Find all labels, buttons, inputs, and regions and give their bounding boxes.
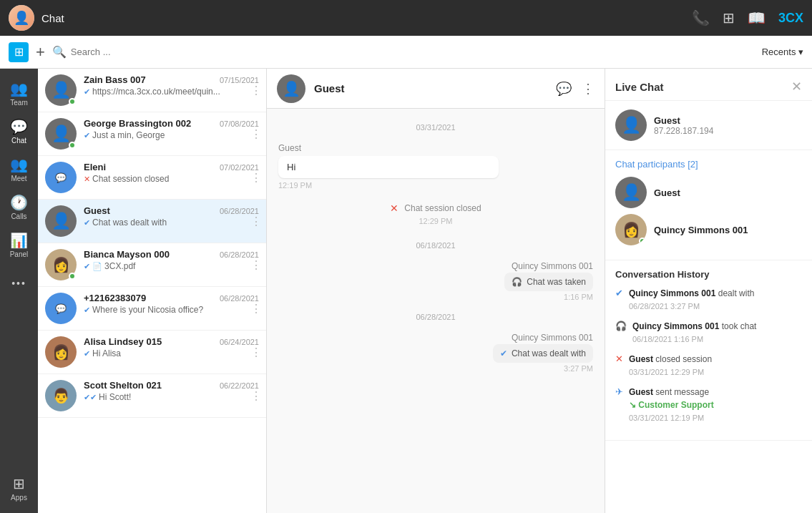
sender-name: Quincy Simmons 001 xyxy=(512,261,593,271)
x-icon: ✕ xyxy=(390,202,398,214)
chat-list: 👤 Zain Bass 007 07/15/2021 ✔ https://mca… xyxy=(38,69,267,513)
panel-icon: 📊 xyxy=(10,232,28,249)
message-group: Guest Hi 12:19 PM xyxy=(278,143,593,190)
date-text: 06/18/2021 xyxy=(410,241,461,250)
chat-info: Guest 06/28/2021 ✔ Chat was dealt with xyxy=(84,205,259,228)
nav-label-chat: Chat xyxy=(11,137,26,145)
more-button[interactable]: ⋮ xyxy=(250,127,262,141)
chat-icon: 💬 xyxy=(10,118,28,135)
more-button[interactable]: ⋮ xyxy=(250,171,262,185)
contact-name: Eleni xyxy=(84,162,106,172)
sidebar-item-meet[interactable]: 👥 Meet xyxy=(0,150,38,188)
avatar: 👩 xyxy=(45,336,77,368)
history-text: Quincy Simmons 001 dealt with 06/28/2021… xyxy=(629,287,754,313)
guest-ip: 87.228.187.194 xyxy=(654,126,713,136)
history-entry: ✕ Guest closed session 03/31/2021 12:29 … xyxy=(615,353,802,378)
calls-icon: 🕐 xyxy=(10,194,28,211)
action-text: Chat was dealt with xyxy=(512,348,586,358)
participants-title: Chat participants [2] xyxy=(615,159,802,170)
sidebar-item-chat[interactable]: 💬 Chat xyxy=(0,112,38,150)
system-message: ✕ Chat session closed 12:29 PM xyxy=(278,200,593,225)
preview-icon: ✔ 📄 xyxy=(84,262,102,271)
list-item[interactable]: 💬 Eleni 07/02/2021 ✕ Chat session closed… xyxy=(38,156,266,200)
chat-info: Bianca Mayson 000 06/28/2021 ✔ 📄 3CX.pdf xyxy=(84,249,259,271)
chat-bubble-icon[interactable]: 💬 xyxy=(556,81,572,97)
left-nav: 👥 Team 💬 Chat 👥 Meet 🕐 Calls 📊 Panel •••… xyxy=(0,69,38,513)
sidebar-item-more[interactable]: ••• xyxy=(0,264,38,302)
preview-text: 3CX.pdf xyxy=(104,261,135,271)
list-item[interactable]: 👩 Bianca Mayson 000 06/28/2021 ✔ 📄 3CX.p… xyxy=(38,243,266,287)
sidebar-item-calls[interactable]: 🕐 Calls xyxy=(0,188,38,226)
contact-name: +12162383079 xyxy=(84,293,146,303)
list-item[interactable]: 👤 Zain Bass 007 07/15/2021 ✔ https://mca… xyxy=(38,69,266,112)
participant-name: Quincy Simmons 001 xyxy=(654,225,748,235)
top-bar: 👤 Chat 📞 ⊞ 📖 3CX xyxy=(0,0,812,36)
action-text: Chat was taken xyxy=(527,277,586,287)
nav-label-team: Team xyxy=(10,99,27,107)
chat-header-avatar: 👤 xyxy=(277,74,305,103)
preview-text: Hi Scott! xyxy=(99,392,131,402)
top-bar-icons: 📞 ⊞ 📖 3CX xyxy=(692,9,803,26)
contact-name: Bianca Mayson 000 xyxy=(84,249,170,260)
chat-info: Zain Bass 007 07/15/2021 ✔ https://mca.3… xyxy=(84,74,259,97)
preview-icon: ✔ xyxy=(84,87,90,97)
book-icon[interactable]: 📖 xyxy=(748,9,765,26)
chat-info: Eleni 07/02/2021 ✕ Chat session closed xyxy=(84,162,259,184)
right-panel: Live Chat ✕ 👤 Guest 87.228.187.194 Chat … xyxy=(605,69,812,513)
team-icon: 👥 xyxy=(10,80,28,97)
chat-info: Alisa Lindsey 015 06/24/2021 ✔ Hi Alisa xyxy=(84,336,259,358)
more-button[interactable]: ⋮ xyxy=(250,84,262,97)
nav-label-panel: Panel xyxy=(10,250,29,258)
sidebar-item-apps[interactable]: ⊞ Apps xyxy=(0,469,38,507)
chat-main: 👤 Guest 💬 ⋮ 03/31/2021 Guest Hi 12:19 PM… xyxy=(267,69,605,513)
more-button[interactable]: ⋮ xyxy=(250,215,262,228)
preview-icon: ✔✔ xyxy=(84,393,97,402)
headset-icon: 🎧 xyxy=(615,321,627,331)
message-time: 12:19 PM xyxy=(278,181,593,190)
avatar: 👤 xyxy=(45,74,77,106)
close-button[interactable]: ✕ xyxy=(791,79,802,94)
recents-button[interactable]: Recents ▾ xyxy=(762,47,803,57)
list-item[interactable]: 👤 George Brassington 002 07/08/2021 ✔ Ju… xyxy=(38,112,266,156)
list-item[interactable]: 👤 Guest 06/28/2021 ✔ Chat was dealt with… xyxy=(38,200,266,243)
preview-icon: ✔ xyxy=(84,349,90,358)
list-item[interactable]: 💬 +12162383079 06/28/2021 ✔ Where is you… xyxy=(38,287,266,331)
more-button[interactable]: ⋮ xyxy=(250,389,262,403)
check-icon: ✔ xyxy=(615,288,623,298)
more-button[interactable]: ⋮ xyxy=(250,346,262,359)
headset-icon: 🎧 xyxy=(512,277,522,287)
avatar[interactable]: 👤 xyxy=(9,5,34,31)
more-button[interactable]: ⋮ xyxy=(250,302,262,316)
main-layout: 👥 Team 💬 Chat 👥 Meet 🕐 Calls 📊 Panel •••… xyxy=(0,69,812,513)
participant-item: 👤 Guest xyxy=(615,177,802,208)
date-separator: 06/18/2021 xyxy=(278,241,593,250)
avatar: 💬 xyxy=(45,162,77,193)
sidebar-item-panel[interactable]: 📊 Panel xyxy=(0,226,38,264)
nav-label-calls: Calls xyxy=(11,212,26,220)
date-separator: 06/28/2021 xyxy=(278,313,593,321)
add-button[interactable]: + xyxy=(36,43,45,62)
search-input[interactable] xyxy=(71,47,755,57)
list-item[interactable]: 👩 Alisa Lindsey 015 06/24/2021 ✔ Hi Alis… xyxy=(38,331,266,374)
preview-text: Where is your Nicosia office? xyxy=(92,305,203,315)
messages-area: 03/31/2021 Guest Hi 12:19 PM ✕ Chat sess… xyxy=(267,109,605,513)
phone-icon[interactable]: 📞 xyxy=(692,9,710,26)
list-item[interactable]: 👨 Scott Shelton 021 06/22/2021 ✔✔ Hi Sco… xyxy=(38,374,266,418)
nav-label-meet: Meet xyxy=(11,175,26,182)
sidebar-item-team[interactable]: 👥 Team xyxy=(0,74,38,112)
history-text: Quincy Simmons 001 took chat 06/18/2021 … xyxy=(632,320,756,346)
check-icon: ✔ xyxy=(500,348,507,358)
right-panel-header: Live Chat ✕ xyxy=(605,69,812,101)
guest-name: Guest xyxy=(654,115,713,126)
participants-section: Chat participants [2] 👤 Guest 👩 Quincy S… xyxy=(605,150,812,260)
participant-name: Guest xyxy=(654,187,680,198)
guest-user-info: Guest 87.228.187.194 xyxy=(654,115,713,136)
message-time: 3:27 PM xyxy=(564,364,593,373)
send-icon: ✈ xyxy=(615,386,623,397)
action-bubble: 🎧 Chat was taken xyxy=(504,273,593,291)
more-button[interactable]: ⋮ xyxy=(250,258,262,272)
grid-icon[interactable]: ⊞ xyxy=(723,9,735,26)
more-options-icon[interactable]: ⋮ xyxy=(582,81,595,97)
windows-button[interactable]: ⊞ xyxy=(9,42,29,62)
search-icon: 🔍 xyxy=(52,45,67,59)
